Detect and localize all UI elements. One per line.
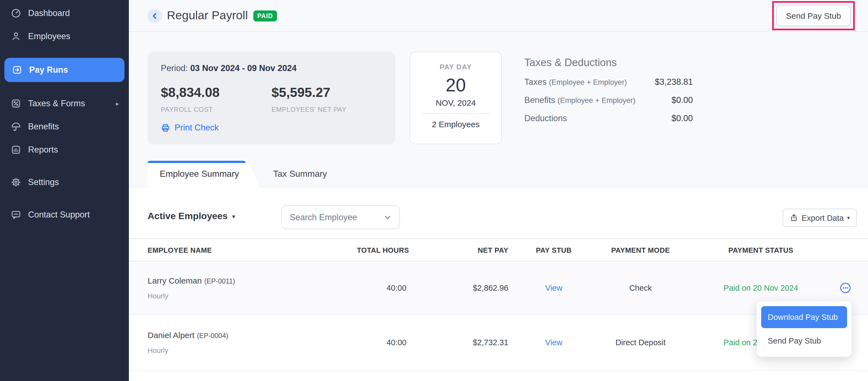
net-pay-block: $5,595.27 EMPLOYEES' NET PAY (272, 85, 382, 114)
search-placeholder: Search Employee (290, 212, 357, 222)
benefits-amount: $0.00 (671, 95, 693, 105)
payment-mode: Check (599, 284, 682, 292)
dashboard-icon (11, 8, 21, 18)
payday-day: 20 (410, 75, 501, 96)
payment-status: Paid on 20 Nov 2024 (682, 284, 840, 292)
menu-item-send-pay-stub[interactable]: Send Pay Stub (761, 330, 847, 352)
sidebar-item-label: Contact Support (28, 210, 90, 220)
sidebar-item-label: Taxes & Forms (28, 99, 85, 108)
row-actions-button[interactable] (840, 282, 851, 293)
col-payment-mode: PAYMENT MODE (599, 246, 682, 254)
sidebar-item-dashboard[interactable]: Dashboard (0, 2, 129, 25)
amounts-row: $8,834.08 PAYROLL COST $5,595.27 EMPLOYE… (161, 85, 382, 114)
period-label: Period: (161, 63, 188, 73)
col-total-hours: TOTAL HOURS (357, 246, 406, 254)
total-hours: 40:00 (357, 338, 406, 347)
search-employee-select[interactable]: Search Employee (281, 205, 400, 229)
sidebar-item-label: Dashboard (28, 8, 70, 18)
net-pay: $2,732.31 (406, 338, 508, 347)
employee-summary-panel: Active Employees ▾ Search Employee Expor… (129, 187, 868, 381)
col-net-pay: NET PAY (406, 246, 508, 254)
deductions-amount: $0.00 (671, 114, 693, 123)
sidebar-item-reports[interactable]: Reports (0, 138, 129, 161)
sidebar-item-label: Employees (28, 31, 70, 41)
print-check-link[interactable]: Print Check (161, 123, 219, 133)
employee-filter-dropdown[interactable]: Active Employees ▾ (148, 211, 235, 222)
row-actions-menu: Download Pay Stub Send Pay Stub (757, 301, 851, 357)
payroll-cost-label: PAYROLL COST (161, 106, 272, 114)
sidebar-item-label: Benefits (28, 122, 59, 132)
period-card: Period: 03 Nov 2024 - 09 Nov 2024 $8,834… (148, 52, 396, 144)
sidebar-item-taxes-forms[interactable]: Taxes & Forms ▸ (0, 92, 129, 115)
employee-name: Daniel Alpert (148, 330, 194, 340)
reports-icon (11, 145, 21, 155)
tab-tax-summary[interactable]: Tax Summary (260, 161, 340, 187)
pay-runs-icon (12, 65, 22, 75)
employees-icon (11, 31, 21, 41)
employee-name: Larry Coleman (148, 276, 202, 285)
col-payment-status: PAYMENT STATUS (682, 246, 840, 254)
export-data-label: Export Data (802, 213, 844, 222)
sidebar-item-benefits[interactable]: Benefits (0, 115, 129, 138)
payroll-cost-amount: $8,834.08 (161, 85, 272, 100)
sidebar-item-label: Pay Runs (29, 65, 68, 75)
chat-icon (11, 210, 21, 220)
sidebar-item-settings[interactable]: Settings (0, 171, 129, 194)
benefits-label: Benefits (524, 95, 555, 105)
payday-month-year: NOV, 2024 (410, 98, 501, 107)
tab-label: Employee Summary (160, 169, 248, 179)
taxes-deductions-heading: Taxes & Deductions (524, 57, 693, 69)
export-data-button[interactable]: Export Data ▾ (783, 209, 857, 227)
benefits-icon (11, 122, 21, 132)
period-value: 03 Nov 2024 - 09 Nov 2024 (190, 63, 297, 73)
wage-type: Hourly (148, 347, 357, 354)
caret-down-icon: ▾ (232, 213, 235, 220)
employee-filter-label: Active Employees (148, 211, 228, 222)
taxes-label: Taxes (524, 77, 547, 87)
period-line: Period: 03 Nov 2024 - 09 Nov 2024 (161, 63, 382, 73)
taxes-deductions-block: Taxes & Deductions Taxes (Employee + Emp… (524, 52, 693, 123)
summary-cards: Period: 03 Nov 2024 - 09 Nov 2024 $8,834… (148, 52, 693, 144)
sidebar-item-contact-support[interactable]: Contact Support (0, 203, 129, 226)
payday-divider (422, 114, 489, 114)
sidebar: Dashboard Employees Pay Runs Taxes & For… (0, 0, 129, 381)
main-area: Regular Payroll PAID Send Pay Stub Perio… (129, 0, 868, 381)
sidebar-item-label: Reports (28, 145, 58, 155)
sidebar-item-pay-runs[interactable]: Pay Runs (4, 58, 124, 82)
printer-icon (161, 123, 170, 132)
table-header: EMPLOYEE NAME TOTAL HOURS NET PAY PAY ST… (129, 239, 868, 261)
tab-employee-summary[interactable]: Employee Summary (148, 161, 260, 187)
wage-type: Hourly (148, 292, 357, 299)
taxes-row: Taxes (Employee + Employer) $3,238.81 (524, 77, 693, 87)
send-pay-stub-button[interactable]: Send Pay Stub (776, 5, 851, 26)
payment-mode: Direct Deposit (599, 338, 682, 347)
menu-item-download-pay-stub[interactable]: Download Pay Stub (761, 306, 847, 328)
page-title: Regular Payroll (167, 9, 248, 23)
employee-cell: Daniel Alpert (EP-0004) Hourly (148, 331, 357, 354)
print-check-label: Print Check (175, 123, 219, 133)
payroll-cost-block: $8,834.08 PAYROLL COST (161, 85, 272, 114)
caret-down-icon: ▾ (847, 215, 850, 221)
col-employee-name: EMPLOYEE NAME (148, 246, 357, 254)
chevron-left-icon (151, 12, 158, 19)
benefits-sublabel: (Employee + Employer) (558, 96, 636, 105)
app-root: Dashboard Employees Pay Runs Taxes & For… (0, 0, 868, 381)
annotation-highlight: Send Pay Stub (772, 1, 855, 30)
chevron-down-icon (384, 213, 392, 221)
view-pay-stub-link[interactable]: View (508, 284, 599, 292)
tab-bar: Employee Summary Tax Summary (148, 161, 340, 187)
net-pay-amount: $5,595.27 (272, 85, 382, 100)
employee-id: (EP-0004) (197, 332, 228, 340)
active-tab-indicator (148, 161, 246, 163)
net-pay-label: EMPLOYEES' NET PAY (272, 106, 382, 114)
payday-employee-count: 2 Employees (410, 120, 501, 129)
col-pay-stub: PAY STUB (508, 246, 599, 254)
back-button[interactable] (148, 8, 162, 23)
payday-label: PAY DAY (410, 63, 501, 71)
view-pay-stub-link[interactable]: View (508, 338, 599, 347)
employee-cell: Larry Coleman (EP-0011) Hourly (148, 276, 357, 299)
net-pay: $2,862.96 (406, 284, 508, 292)
ellipsis-icon (840, 282, 851, 293)
total-hours: 40:00 (357, 284, 406, 292)
sidebar-item-employees[interactable]: Employees (0, 25, 129, 48)
